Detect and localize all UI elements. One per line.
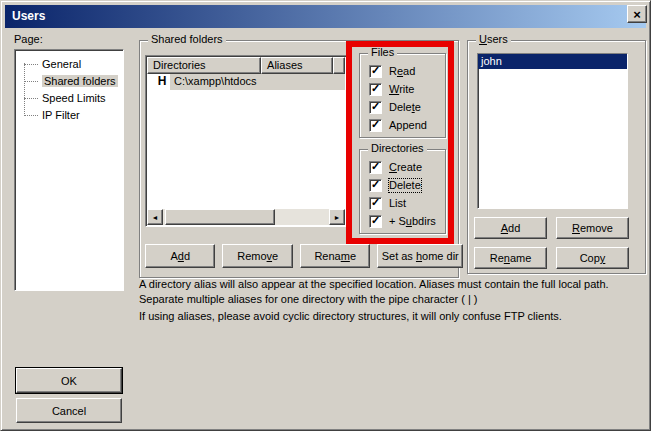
list-checkbox[interactable]: ✓ — [369, 197, 382, 210]
user-copy-button[interactable]: Copy — [556, 247, 629, 269]
listview-header: Directories Aliases — [147, 57, 345, 74]
column-header-filler — [333, 57, 345, 74]
create-checkbox[interactable]: ✓ — [369, 161, 382, 174]
file-delete-label[interactable]: Delete — [389, 101, 421, 114]
users-list: john — [477, 53, 628, 209]
home-dir-flag: H — [154, 74, 170, 90]
directory-path: C:\xampp\htdocs — [170, 74, 345, 90]
folder-add-button[interactable]: Add — [145, 244, 215, 268]
scroll-left-icon[interactable]: ◄ — [147, 209, 163, 225]
directory-row[interactable]: H C:\xampp\htdocs — [147, 74, 345, 90]
folder-remove-button[interactable]: Remove — [222, 244, 292, 268]
append-label[interactable]: Append — [389, 119, 427, 132]
files-permissions-group: Files ✓ Read ✓ Write ✓ Delete ✓ Append — [359, 53, 446, 138]
shared-folders-group-label: Shared folders — [148, 33, 226, 46]
column-header-directories[interactable]: Directories — [147, 57, 261, 74]
users-group-label: Users — [476, 33, 511, 46]
read-label[interactable]: Read — [389, 65, 415, 78]
write-checkbox-row: ✓ Write — [369, 82, 414, 96]
user-remove-button[interactable]: Remove — [556, 217, 629, 239]
shared-folders-button-row: Add Remove Rename Set as home dir — [145, 244, 463, 268]
page-item-general[interactable]: General — [15, 56, 123, 73]
directories-permissions-group: Directories ✓ Create ✓ Delete ✓ List ✓ +… — [359, 149, 446, 234]
file-delete-checkbox-row: ✓ Delete — [369, 100, 421, 114]
page-item-shared-folders[interactable]: Shared folders — [15, 73, 123, 90]
close-icon: × — [633, 8, 641, 21]
subdirs-checkbox[interactable]: ✓ — [369, 215, 382, 228]
alias-help-text: A directory alias will also appear at th… — [139, 277, 644, 307]
dir-delete-checkbox-row: ✓ Delete — [369, 178, 421, 192]
page-list: General Shared folders Speed Limits IP F… — [14, 49, 124, 291]
read-checkbox[interactable]: ✓ — [369, 65, 382, 78]
scrollbar-thumb[interactable] — [165, 209, 275, 225]
page-item-speed-limits[interactable]: Speed Limits — [15, 90, 123, 107]
users-dialog: Users × Page: General Shared folders Spe… — [0, 0, 651, 431]
directories-group-label: Directories — [368, 142, 427, 155]
file-delete-checkbox[interactable]: ✓ — [369, 101, 382, 114]
subdirs-checkbox-row: ✓ + Subdirs — [369, 214, 436, 228]
write-label[interactable]: Write — [389, 83, 414, 96]
cancel-button[interactable]: Cancel — [16, 398, 122, 423]
title-bar[interactable]: Users — [5, 5, 646, 28]
set-as-home-dir-button[interactable]: Set as home dir — [377, 244, 463, 268]
append-checkbox[interactable]: ✓ — [369, 119, 382, 132]
folder-rename-button[interactable]: Rename — [300, 244, 370, 268]
dir-delete-checkbox[interactable]: ✓ — [369, 179, 382, 192]
horizontal-scrollbar[interactable]: ◄ ► — [147, 209, 345, 225]
user-item-john[interactable]: john — [478, 54, 627, 69]
page-label: Page: — [14, 33, 43, 45]
user-add-button[interactable]: Add — [474, 217, 547, 239]
list-label[interactable]: List — [389, 197, 406, 210]
ok-button[interactable]: OK — [16, 368, 122, 393]
directories-listview: Directories Aliases H C:\xampp\htdocs ◄ … — [145, 55, 347, 227]
create-checkbox-row: ✓ Create — [369, 160, 422, 174]
list-checkbox-row: ✓ List — [369, 196, 406, 210]
user-rename-button[interactable]: Rename — [474, 247, 547, 269]
create-label[interactable]: Create — [389, 161, 422, 174]
dir-delete-label[interactable]: Delete — [389, 179, 421, 192]
write-checkbox[interactable]: ✓ — [369, 83, 382, 96]
read-checkbox-row: ✓ Read — [369, 64, 415, 78]
page-item-ip-filter[interactable]: IP Filter — [15, 107, 123, 124]
subdirs-label[interactable]: + Subdirs — [389, 215, 436, 228]
column-header-aliases[interactable]: Aliases — [261, 57, 333, 74]
window-title: Users — [12, 9, 45, 23]
cyclic-help-text: If using aliases, please avoid cyclic di… — [139, 309, 644, 324]
files-group-label: Files — [368, 46, 397, 59]
close-button[interactable]: × — [627, 5, 647, 23]
scroll-right-icon[interactable]: ► — [329, 209, 345, 225]
append-checkbox-row: ✓ Append — [369, 118, 427, 132]
